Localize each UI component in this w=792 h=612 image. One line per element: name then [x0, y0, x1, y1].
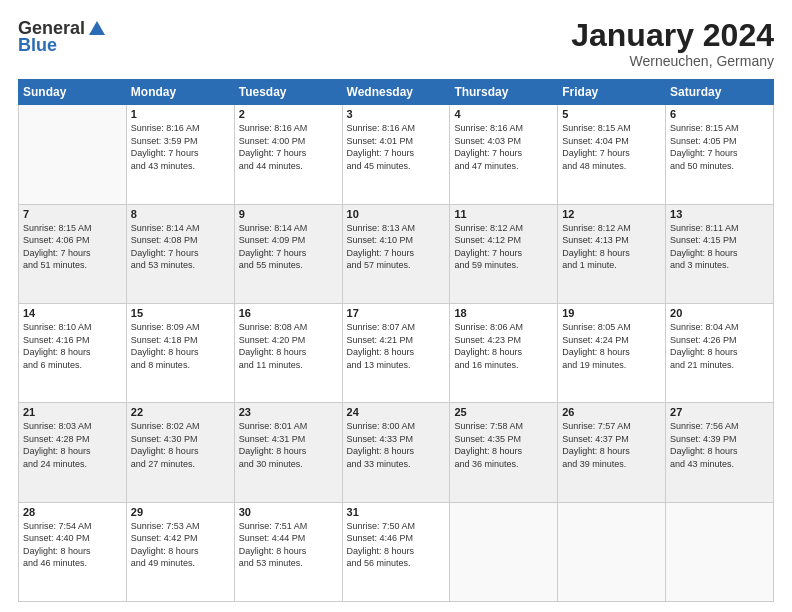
calendar-cell: 30Sunrise: 7:51 AM Sunset: 4:44 PM Dayli…	[234, 502, 342, 601]
day-info: Sunrise: 7:58 AM Sunset: 4:35 PM Dayligh…	[454, 420, 553, 470]
day-number: 5	[562, 108, 661, 120]
day-info: Sunrise: 8:10 AM Sunset: 4:16 PM Dayligh…	[23, 321, 122, 371]
day-number: 19	[562, 307, 661, 319]
day-info: Sunrise: 8:07 AM Sunset: 4:21 PM Dayligh…	[347, 321, 446, 371]
header-sunday: Sunday	[19, 80, 127, 105]
calendar-cell: 25Sunrise: 7:58 AM Sunset: 4:35 PM Dayli…	[450, 403, 558, 502]
calendar-cell: 14Sunrise: 8:10 AM Sunset: 4:16 PM Dayli…	[19, 303, 127, 402]
day-info: Sunrise: 8:16 AM Sunset: 3:59 PM Dayligh…	[131, 122, 230, 172]
day-info: Sunrise: 7:57 AM Sunset: 4:37 PM Dayligh…	[562, 420, 661, 470]
day-number: 10	[347, 208, 446, 220]
day-number: 13	[670, 208, 769, 220]
calendar-cell: 23Sunrise: 8:01 AM Sunset: 4:31 PM Dayli…	[234, 403, 342, 502]
day-number: 27	[670, 406, 769, 418]
logo-icon	[87, 19, 107, 39]
calendar: Sunday Monday Tuesday Wednesday Thursday…	[18, 79, 774, 602]
month-title: January 2024	[571, 18, 774, 53]
calendar-cell: 10Sunrise: 8:13 AM Sunset: 4:10 PM Dayli…	[342, 204, 450, 303]
day-info: Sunrise: 7:50 AM Sunset: 4:46 PM Dayligh…	[347, 520, 446, 570]
calendar-week-row: 1Sunrise: 8:16 AM Sunset: 3:59 PM Daylig…	[19, 105, 774, 204]
calendar-cell: 28Sunrise: 7:54 AM Sunset: 4:40 PM Dayli…	[19, 502, 127, 601]
calendar-cell	[19, 105, 127, 204]
day-number: 20	[670, 307, 769, 319]
day-info: Sunrise: 8:02 AM Sunset: 4:30 PM Dayligh…	[131, 420, 230, 470]
day-info: Sunrise: 8:16 AM Sunset: 4:01 PM Dayligh…	[347, 122, 446, 172]
calendar-cell: 15Sunrise: 8:09 AM Sunset: 4:18 PM Dayli…	[126, 303, 234, 402]
day-info: Sunrise: 7:53 AM Sunset: 4:42 PM Dayligh…	[131, 520, 230, 570]
calendar-cell: 21Sunrise: 8:03 AM Sunset: 4:28 PM Dayli…	[19, 403, 127, 502]
header-friday: Friday	[558, 80, 666, 105]
day-number: 6	[670, 108, 769, 120]
day-number: 4	[454, 108, 553, 120]
day-number: 17	[347, 307, 446, 319]
logo-blue-text: Blue	[18, 35, 57, 56]
calendar-week-row: 14Sunrise: 8:10 AM Sunset: 4:16 PM Dayli…	[19, 303, 774, 402]
day-number: 31	[347, 506, 446, 518]
day-info: Sunrise: 7:54 AM Sunset: 4:40 PM Dayligh…	[23, 520, 122, 570]
day-info: Sunrise: 7:56 AM Sunset: 4:39 PM Dayligh…	[670, 420, 769, 470]
day-number: 7	[23, 208, 122, 220]
calendar-cell: 5Sunrise: 8:15 AM Sunset: 4:04 PM Daylig…	[558, 105, 666, 204]
header: General Blue January 2024 Werneuchen, Ge…	[18, 18, 774, 69]
day-number: 3	[347, 108, 446, 120]
calendar-cell: 20Sunrise: 8:04 AM Sunset: 4:26 PM Dayli…	[666, 303, 774, 402]
calendar-cell: 26Sunrise: 7:57 AM Sunset: 4:37 PM Dayli…	[558, 403, 666, 502]
header-wednesday: Wednesday	[342, 80, 450, 105]
calendar-cell: 3Sunrise: 8:16 AM Sunset: 4:01 PM Daylig…	[342, 105, 450, 204]
day-number: 14	[23, 307, 122, 319]
day-info: Sunrise: 8:12 AM Sunset: 4:13 PM Dayligh…	[562, 222, 661, 272]
day-number: 11	[454, 208, 553, 220]
day-info: Sunrise: 8:05 AM Sunset: 4:24 PM Dayligh…	[562, 321, 661, 371]
calendar-cell: 11Sunrise: 8:12 AM Sunset: 4:12 PM Dayli…	[450, 204, 558, 303]
day-number: 25	[454, 406, 553, 418]
svg-marker-0	[89, 21, 105, 35]
calendar-cell	[558, 502, 666, 601]
calendar-week-row: 7Sunrise: 8:15 AM Sunset: 4:06 PM Daylig…	[19, 204, 774, 303]
day-number: 23	[239, 406, 338, 418]
day-number: 8	[131, 208, 230, 220]
day-info: Sunrise: 8:14 AM Sunset: 4:08 PM Dayligh…	[131, 222, 230, 272]
day-info: Sunrise: 8:11 AM Sunset: 4:15 PM Dayligh…	[670, 222, 769, 272]
day-number: 26	[562, 406, 661, 418]
calendar-cell: 17Sunrise: 8:07 AM Sunset: 4:21 PM Dayli…	[342, 303, 450, 402]
day-info: Sunrise: 8:15 AM Sunset: 4:04 PM Dayligh…	[562, 122, 661, 172]
day-number: 30	[239, 506, 338, 518]
day-number: 18	[454, 307, 553, 319]
day-number: 2	[239, 108, 338, 120]
calendar-cell	[666, 502, 774, 601]
day-info: Sunrise: 8:01 AM Sunset: 4:31 PM Dayligh…	[239, 420, 338, 470]
header-saturday: Saturday	[666, 80, 774, 105]
day-number: 24	[347, 406, 446, 418]
calendar-cell: 12Sunrise: 8:12 AM Sunset: 4:13 PM Dayli…	[558, 204, 666, 303]
page: General Blue January 2024 Werneuchen, Ge…	[0, 0, 792, 612]
day-info: Sunrise: 8:08 AM Sunset: 4:20 PM Dayligh…	[239, 321, 338, 371]
calendar-cell: 7Sunrise: 8:15 AM Sunset: 4:06 PM Daylig…	[19, 204, 127, 303]
calendar-cell: 9Sunrise: 8:14 AM Sunset: 4:09 PM Daylig…	[234, 204, 342, 303]
day-info: Sunrise: 8:06 AM Sunset: 4:23 PM Dayligh…	[454, 321, 553, 371]
calendar-cell: 29Sunrise: 7:53 AM Sunset: 4:42 PM Dayli…	[126, 502, 234, 601]
day-info: Sunrise: 8:16 AM Sunset: 4:03 PM Dayligh…	[454, 122, 553, 172]
calendar-cell: 19Sunrise: 8:05 AM Sunset: 4:24 PM Dayli…	[558, 303, 666, 402]
location: Werneuchen, Germany	[571, 53, 774, 69]
calendar-cell: 6Sunrise: 8:15 AM Sunset: 4:05 PM Daylig…	[666, 105, 774, 204]
weekday-header-row: Sunday Monday Tuesday Wednesday Thursday…	[19, 80, 774, 105]
logo: General Blue	[18, 18, 107, 56]
day-info: Sunrise: 8:15 AM Sunset: 4:06 PM Dayligh…	[23, 222, 122, 272]
day-info: Sunrise: 8:09 AM Sunset: 4:18 PM Dayligh…	[131, 321, 230, 371]
calendar-cell: 13Sunrise: 8:11 AM Sunset: 4:15 PM Dayli…	[666, 204, 774, 303]
day-number: 29	[131, 506, 230, 518]
day-info: Sunrise: 8:04 AM Sunset: 4:26 PM Dayligh…	[670, 321, 769, 371]
header-thursday: Thursday	[450, 80, 558, 105]
day-info: Sunrise: 7:51 AM Sunset: 4:44 PM Dayligh…	[239, 520, 338, 570]
calendar-cell: 16Sunrise: 8:08 AM Sunset: 4:20 PM Dayli…	[234, 303, 342, 402]
day-number: 1	[131, 108, 230, 120]
header-tuesday: Tuesday	[234, 80, 342, 105]
calendar-cell: 24Sunrise: 8:00 AM Sunset: 4:33 PM Dayli…	[342, 403, 450, 502]
calendar-cell: 22Sunrise: 8:02 AM Sunset: 4:30 PM Dayli…	[126, 403, 234, 502]
calendar-cell: 31Sunrise: 7:50 AM Sunset: 4:46 PM Dayli…	[342, 502, 450, 601]
day-info: Sunrise: 8:03 AM Sunset: 4:28 PM Dayligh…	[23, 420, 122, 470]
calendar-week-row: 21Sunrise: 8:03 AM Sunset: 4:28 PM Dayli…	[19, 403, 774, 502]
calendar-cell: 8Sunrise: 8:14 AM Sunset: 4:08 PM Daylig…	[126, 204, 234, 303]
day-info: Sunrise: 8:13 AM Sunset: 4:10 PM Dayligh…	[347, 222, 446, 272]
day-number: 28	[23, 506, 122, 518]
